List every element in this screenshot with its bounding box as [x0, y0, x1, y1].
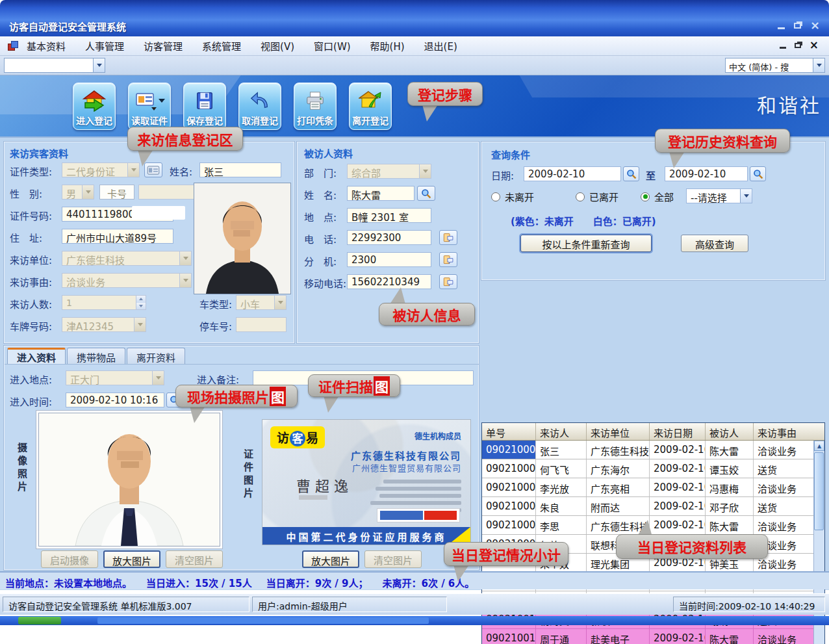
- table-cell[interactable]: 陈大雷: [706, 441, 754, 459]
- table-cell[interactable]: 邓子欣: [706, 497, 754, 515]
- visitee-name-input[interactable]: 陈大雷: [347, 186, 414, 201]
- mdi-close-icon[interactable]: ×: [810, 41, 819, 49]
- date-from-input[interactable]: 2009-02-10: [524, 166, 621, 181]
- close-icon[interactable]: ×: [810, 21, 820, 30]
- table-cell[interactable]: 李思: [536, 516, 587, 534]
- chevron-down-icon[interactable]: [740, 189, 752, 203]
- table-cell[interactable]: 2009-02-10: [650, 516, 706, 534]
- date-from-picker-icon[interactable]: [623, 166, 639, 181]
- table-header-cell[interactable]: 来访人: [536, 423, 587, 440]
- chevron-down-icon[interactable]: [274, 296, 286, 309]
- table-header-cell[interactable]: 来访单位: [587, 423, 650, 440]
- tab-1[interactable]: 进入资料: [7, 348, 66, 364]
- table-cell[interactable]: 090210011: [482, 629, 536, 644]
- toolbar-button-2[interactable]: 读取证件: [128, 83, 171, 130]
- menu-item-4[interactable]: 视图(V): [261, 39, 294, 53]
- table-cell[interactable]: 2009-02-10: [650, 629, 706, 644]
- table-header-cell[interactable]: 来访事由: [754, 423, 824, 440]
- entry-time-input[interactable]: 2009-02-10 10:16: [66, 393, 164, 407]
- table-cell[interactable]: 090210004: [482, 497, 536, 515]
- table-cell[interactable]: 2009-02-10: [650, 441, 706, 459]
- minimize-icon[interactable]: [778, 27, 785, 29]
- table-cell[interactable]: 洽谈业务: [754, 441, 813, 459]
- table-cell[interactable]: 朱良: [536, 497, 587, 515]
- location-input[interactable]: B幢 2301 室: [347, 208, 431, 223]
- table-cell[interactable]: 冯惠梅: [706, 478, 754, 496]
- vehicle-type-combo[interactable]: 小车: [236, 295, 287, 310]
- menu-item-7[interactable]: 退出(E): [424, 39, 457, 53]
- restore-icon[interactable]: [794, 23, 801, 29]
- tab-3[interactable]: 离开资料: [127, 348, 185, 364]
- tab-2[interactable]: 携带物品: [67, 348, 125, 364]
- table-cell[interactable]: 090210001: [482, 441, 536, 459]
- toolbar-button-3[interactable]: 保存登记: [183, 83, 226, 130]
- entry-place-combo[interactable]: 正大门: [66, 370, 164, 385]
- table-header-cell[interactable]: 被访人: [706, 423, 754, 440]
- dial-mobile-icon[interactable]: [439, 274, 457, 289]
- visitor-count-stepper[interactable]: 1: [62, 295, 146, 310]
- radio-selected-icon[interactable]: [641, 192, 650, 201]
- table-row-2[interactable]: 090210002何飞飞广东海尔2009-02-10谭玉姣送货: [482, 459, 813, 478]
- table-cell[interactable]: 送货: [754, 459, 813, 478]
- cert-type-combo[interactable]: 二代身份证: [62, 162, 140, 177]
- left-photo-buttons-3[interactable]: 清空图片: [166, 550, 223, 568]
- dial-phone-icon[interactable]: [439, 230, 457, 245]
- chevron-down-icon[interactable]: [134, 318, 146, 331]
- table-cell[interactable]: 090210002: [482, 459, 536, 478]
- toolbar-button-5[interactable]: 打印凭条: [294, 83, 337, 130]
- menu-item-2[interactable]: 访客管理: [144, 39, 183, 53]
- chevron-down-icon[interactable]: [419, 164, 431, 178]
- dial-ext-icon[interactable]: [439, 252, 457, 267]
- toolbar-button-4[interactable]: 取消登记: [238, 83, 281, 130]
- mobile-input[interactable]: 15602210349: [347, 274, 431, 289]
- table-cell[interactable]: 广东亮相: [587, 478, 650, 496]
- table-cell[interactable]: 送货: [754, 497, 813, 515]
- radio-icon[interactable]: [576, 192, 585, 201]
- table-cell[interactable]: 赴美电子: [587, 629, 650, 644]
- spin-up-icon[interactable]: [136, 296, 146, 303]
- date-to-picker-icon[interactable]: [750, 166, 766, 181]
- phone-input[interactable]: 22992300: [347, 230, 431, 245]
- requery-button[interactable]: 按以上条件重新查询: [520, 235, 652, 252]
- chevron-down-icon[interactable]: [813, 58, 824, 72]
- table-cell[interactable]: 附而达: [587, 497, 650, 515]
- menu-item-5[interactable]: 窗口(W): [314, 39, 351, 53]
- table-cell[interactable]: 洽谈业务: [754, 478, 813, 496]
- table-cell[interactable]: 090210005: [482, 516, 536, 534]
- spin-down-icon[interactable]: [136, 303, 146, 310]
- table-cell[interactable]: 陈大雷: [706, 629, 754, 644]
- table-cell[interactable]: 张三: [536, 441, 587, 459]
- search-icon[interactable]: [417, 186, 435, 201]
- language-bar[interactable]: 中文 (简体) - 搜: [725, 58, 825, 73]
- menu-item-6[interactable]: 帮助(H): [370, 39, 405, 53]
- left-photo-buttons-1[interactable]: 启动摄像: [41, 550, 98, 568]
- table-cell[interactable]: 广东德生科技: [587, 441, 650, 459]
- menu-item-3[interactable]: 系统管理: [202, 39, 241, 53]
- menu-item-0[interactable]: 基本资料: [27, 39, 66, 53]
- quick-select-combo[interactable]: [4, 58, 105, 73]
- address-input[interactable]: 广州市中山大道89号: [62, 229, 173, 244]
- table-header-cell[interactable]: 单号: [482, 423, 536, 440]
- chevron-down-icon[interactable]: [179, 274, 191, 287]
- table-cell[interactable]: 2009-02-10: [650, 459, 706, 478]
- plate-combo[interactable]: 津A12345: [62, 317, 146, 332]
- status-select[interactable]: --请选择: [686, 188, 752, 203]
- table-cell[interactable]: 2009-02-10: [650, 478, 706, 496]
- advanced-query-button[interactable]: 高级查询: [681, 235, 748, 252]
- toolbar-button-1[interactable]: 进入登记: [73, 83, 116, 130]
- left-photo-buttons-2[interactable]: 放大图片: [103, 550, 160, 568]
- visit-company-combo[interactable]: 广东德生科技: [62, 251, 192, 266]
- chevron-down-icon[interactable]: [93, 58, 105, 72]
- chevron-down-icon[interactable]: [82, 185, 94, 199]
- table-row-1[interactable]: 090210001张三广东德生科技2009-02-10陈大雷洽谈业务: [482, 441, 813, 459]
- table-cell[interactable]: 广东海尔: [587, 459, 650, 478]
- date-to-input[interactable]: 2009-02-10: [665, 166, 748, 181]
- chevron-down-icon[interactable]: [179, 251, 191, 265]
- gender-combo[interactable]: 男: [62, 185, 94, 200]
- dept-combo[interactable]: 综合部: [347, 164, 431, 179]
- table-cell[interactable]: 周于通: [536, 629, 587, 644]
- parking-input[interactable]: [236, 317, 287, 332]
- table-header-cell[interactable]: 来访日期: [650, 423, 706, 440]
- table-cell[interactable]: 李光放: [536, 478, 587, 496]
- menu-item-1[interactable]: 人事管理: [85, 39, 124, 53]
